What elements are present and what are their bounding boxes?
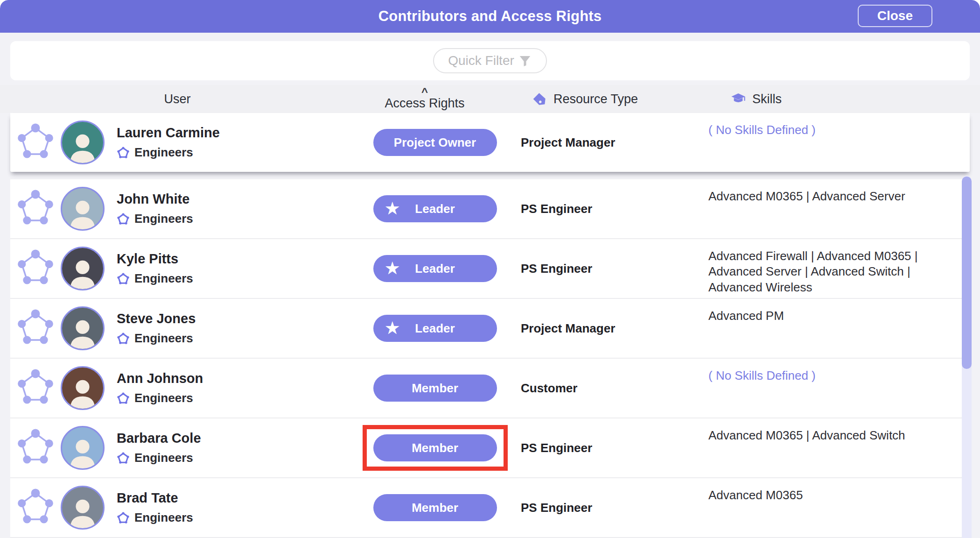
access-label: Leader (415, 202, 455, 216)
access-cell: ★ Leader (365, 255, 505, 282)
skills-text: Advanced Firewall | Advanced M0365 | Adv… (692, 239, 946, 295)
skills-text: ( No Skills Defined ) (692, 359, 946, 383)
access-label: Member (412, 501, 458, 515)
table-row[interactable]: Kyle Pitts Engineers ★ Leader PS Enginee… (10, 239, 970, 299)
team-pentagon-icon (15, 248, 56, 289)
user-cell: Kyle Pitts Engineers (61, 247, 365, 290)
resource-type: Project Manager (505, 135, 692, 150)
team-pentagon-icon (15, 428, 56, 468)
person-photo-icon (64, 197, 101, 229)
team-name: Engineers (134, 145, 193, 160)
table-row[interactable]: Brad Tate Engineers ★ Member PS Engineer… (10, 478, 970, 538)
resource-type: PS Engineer (505, 262, 692, 276)
access-badge[interactable]: ★ Member (373, 494, 497, 521)
access-badge-wrap: ★ Member (373, 494, 497, 521)
access-label: Member (412, 381, 458, 396)
access-badge[interactable]: ★ Member (373, 434, 497, 461)
access-badge[interactable]: ★ Member (373, 375, 497, 402)
resource-type: PS Engineer (505, 501, 692, 515)
user-meta: Kyle Pitts Engineers (117, 251, 193, 286)
user-name: Lauren Carmine (117, 125, 220, 141)
person-photo-icon (64, 256, 101, 289)
avatar (61, 120, 105, 164)
row-team-cell (10, 248, 61, 289)
person-photo-icon (64, 130, 101, 163)
access-badge[interactable]: ★ Project Owner (373, 129, 497, 156)
table-row[interactable]: Steve Jones Engineers ★ Leader Project M… (10, 299, 970, 359)
table-row[interactable]: John White Engineers ★ Leader PS Enginee… (10, 179, 970, 239)
user-cell: Steve Jones Engineers (61, 306, 365, 350)
user-cell: Brad Tate Engineers (61, 486, 365, 530)
team-icon (117, 212, 130, 226)
scrollbar-thumb[interactable] (962, 177, 972, 369)
access-badge-wrap: ★ Leader (373, 195, 497, 222)
filter-card: Quick Filter (10, 41, 970, 80)
access-badge-wrap: ★ Leader (373, 315, 497, 342)
user-name: Steve Jones (117, 311, 196, 326)
row-team-cell (10, 122, 61, 163)
close-button[interactable]: Close (858, 5, 932, 27)
table-row[interactable]: Lauren Carmine Engineers ★ Project Owner… (10, 113, 970, 172)
scrollbar-track[interactable] (962, 176, 972, 538)
avatar (61, 366, 105, 410)
quick-filter-button[interactable]: Quick Filter (433, 48, 547, 73)
avatar (61, 426, 105, 470)
resource-type: Project Manager (505, 321, 692, 336)
person-photo-icon (64, 316, 101, 349)
star-icon: ★ (385, 260, 399, 276)
team-pentagon-icon (15, 368, 56, 408)
sort-asc-icon: ^ (421, 89, 428, 97)
user-meta: Ann Johnson Engineers (117, 371, 203, 405)
column-header-skills-label: Skills (752, 92, 782, 106)
column-header-access-rights-label: Access Rights (385, 97, 464, 110)
user-team: Engineers (117, 271, 193, 286)
team-name: Engineers (134, 212, 193, 226)
team-name: Engineers (134, 271, 193, 286)
team-pentagon-icon (15, 189, 56, 229)
team-name: Engineers (134, 331, 193, 346)
team-pentagon-icon (15, 488, 56, 528)
access-badge[interactable]: ★ Leader (373, 195, 497, 222)
avatar (61, 247, 105, 290)
user-name: Kyle Pitts (117, 251, 193, 267)
resource-type: Customer (505, 381, 692, 396)
access-badge-wrap: ★ Member (373, 375, 497, 402)
skills-text: ( No Skills Defined ) (692, 113, 946, 138)
column-header-skills[interactable]: Skills (681, 92, 957, 106)
user-team: Engineers (117, 331, 196, 346)
team-pentagon-icon (15, 122, 56, 163)
funnel-icon (518, 54, 532, 68)
access-cell: ★ Member (365, 494, 505, 521)
table-row[interactable]: Ann Johnson Engineers ★ Member Customer … (10, 359, 970, 418)
star-icon: ★ (385, 200, 399, 216)
contributors-dialog: Contributors and Access Rights Close Qui… (0, 0, 980, 538)
team-name: Engineers (134, 451, 193, 465)
access-badge[interactable]: ★ Leader (373, 315, 497, 342)
user-name: Ann Johnson (117, 371, 203, 386)
resource-type: PS Engineer (505, 202, 692, 216)
user-team: Engineers (117, 145, 220, 160)
column-header-user[interactable]: User (0, 92, 355, 106)
user-team: Engineers (117, 391, 203, 405)
resource-type: PS Engineer (505, 441, 692, 455)
column-header-resource-type[interactable]: Resource Type (495, 92, 681, 106)
access-badge[interactable]: ★ Leader (373, 255, 497, 282)
table-row[interactable]: Barbara Cole Engineers ★ Member PS Engin… (10, 418, 970, 478)
skills-text: Advanced M0365 | Advanced Server (692, 179, 946, 204)
dialog-titlebar: Contributors and Access Rights Close (0, 0, 980, 33)
access-label: Leader (415, 321, 455, 336)
user-cell: John White Engineers (61, 187, 365, 231)
avatar (61, 306, 105, 350)
access-label: Project Owner (394, 135, 476, 150)
user-cell: Lauren Carmine Engineers (61, 120, 365, 164)
column-header-access-rights[interactable]: ^ Access Rights (355, 89, 495, 110)
team-icon (117, 146, 130, 159)
dialog-title: Contributors and Access Rights (378, 8, 602, 25)
row-team-cell (10, 308, 61, 348)
user-name: John White (117, 191, 193, 207)
avatar (61, 486, 105, 530)
access-label: Leader (415, 262, 455, 276)
team-icon (117, 392, 130, 405)
user-team: Engineers (117, 451, 201, 465)
access-label: Member (412, 441, 458, 455)
